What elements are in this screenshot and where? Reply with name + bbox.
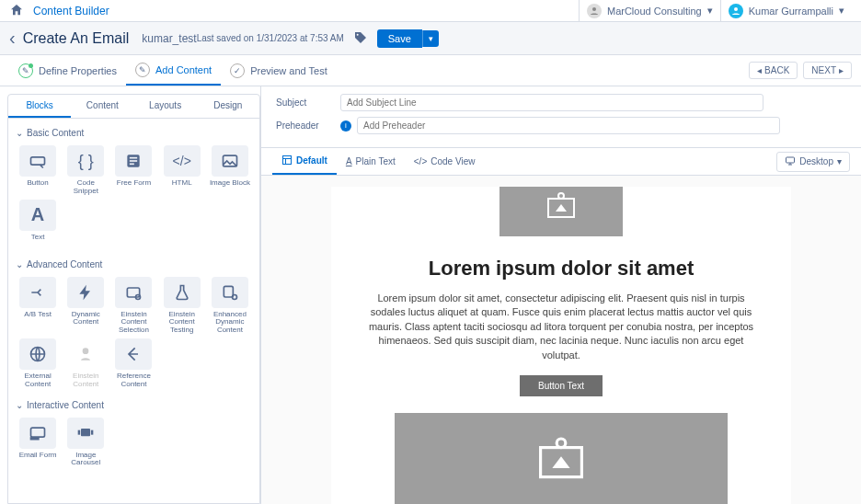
text-icon: A [346, 156, 352, 166]
svg-rect-5 [130, 157, 137, 159]
svg-point-2 [356, 33, 358, 35]
tile-einstein-content-testing[interactable]: Einstein Content Testing [160, 277, 204, 335]
tile-external-content[interactable]: External Content [16, 338, 60, 389]
svg-rect-15 [31, 428, 45, 437]
tab-design[interactable]: Design [197, 95, 259, 118]
einstein-selection-icon [115, 277, 152, 308]
image-placeholder[interactable] [395, 413, 728, 504]
layout-icon [281, 155, 293, 167]
preheader-input[interactable] [357, 117, 780, 134]
reference-icon [115, 338, 152, 370]
canvas-body[interactable]: Lorem ipsum dolor sit amet, consectetur … [331, 292, 791, 362]
tab-blocks[interactable]: Blocks [8, 95, 71, 118]
pencil-icon: ✎ [135, 63, 150, 77]
preheader-label: Preheader [276, 120, 340, 131]
tile-einstein-content[interactable]: Einstein Content [63, 338, 108, 389]
svg-point-14 [83, 348, 89, 354]
step-label: Add Content [155, 64, 212, 75]
carousel-icon [67, 418, 104, 449]
email-canvas[interactable]: Lorem ipsum dolor sit amet Lorem ipsum d… [261, 176, 861, 504]
chevron-right-icon: ▸ [839, 65, 844, 75]
next-button[interactable]: NEXT▸ [803, 62, 852, 79]
tile-enhanced-dynamic-content[interactable]: Enhanced Dynamic Content [208, 277, 252, 335]
tile-html[interactable]: </>HTML [160, 145, 204, 196]
org-switcher[interactable]: MarCloud Consulting ▾ [579, 0, 720, 21]
chevron-down-icon: ⌄ [16, 259, 23, 269]
tag-icon[interactable] [353, 30, 368, 47]
user-switcher[interactable]: Kumar Gurrampalli ▾ [720, 0, 852, 21]
svg-rect-20 [283, 155, 292, 164]
chevron-down-icon: ⌄ [16, 128, 23, 138]
section-advanced-content[interactable]: ⌄Advanced Content [16, 256, 252, 273]
check-icon: ✓ [230, 63, 245, 78]
chevron-down-icon: ⌄ [16, 400, 23, 410]
tile-code-snippet[interactable]: { }Code Snippet [63, 145, 108, 196]
app-title[interactable]: Content Builder [33, 5, 109, 17]
back-chevron-icon[interactable]: ‹ [9, 28, 16, 49]
tile-button[interactable]: Button [16, 145, 60, 196]
flask-icon [164, 277, 201, 308]
freeform-icon [115, 145, 152, 177]
subject-input[interactable] [340, 94, 763, 111]
device-preview-dropdown[interactable]: Desktop▾ [776, 152, 850, 172]
svg-rect-7 [130, 164, 134, 166]
image-placeholder[interactable] [499, 187, 623, 236]
tile-image-carousel[interactable]: Image Carousel [63, 418, 108, 468]
code-icon: </> [414, 156, 427, 166]
user-name: Kumar Gurrampalli [749, 6, 833, 17]
save-button[interactable]: Save [377, 29, 422, 48]
svg-rect-3 [31, 157, 45, 165]
tile-ab-test[interactable]: A/B Test [16, 277, 60, 335]
svg-point-1 [734, 7, 738, 11]
info-icon[interactable]: i [340, 120, 351, 132]
svg-rect-19 [91, 430, 94, 434]
canvas-cta-button[interactable]: Button Text [520, 375, 603, 396]
section-basic-content[interactable]: ⌄Basic Content [16, 124, 252, 142]
step-label: Define Properties [39, 65, 117, 76]
section-interactive-content[interactable]: ⌄Interactive Content [16, 396, 252, 414]
svg-rect-9 [128, 288, 140, 297]
enhanced-content-icon [212, 277, 248, 308]
svg-rect-18 [78, 430, 81, 434]
monitor-icon [785, 155, 796, 168]
view-default[interactable]: Default [272, 148, 337, 175]
chevron-left-icon: ◂ [757, 65, 762, 75]
svg-rect-17 [81, 429, 90, 436]
home-icon[interactable] [9, 3, 24, 19]
tile-email-form[interactable]: Email Form [16, 418, 60, 468]
globe-icon [19, 338, 56, 370]
step-add-content[interactable]: ✎ Add Content [126, 55, 221, 86]
tile-dynamic-content[interactable]: Dynamic Content [63, 277, 108, 335]
org-avatar-icon [587, 4, 602, 18]
svg-rect-11 [224, 286, 233, 297]
braces-icon: { } [67, 145, 104, 177]
tile-free-form[interactable]: Free Form [111, 145, 155, 196]
tile-image-block[interactable]: Image Block [208, 145, 252, 196]
svg-point-0 [592, 7, 596, 11]
step-define-properties[interactable]: ✎ Define Properties [9, 55, 126, 86]
tile-text[interactable]: AText [16, 200, 60, 248]
image-icon [212, 145, 248, 177]
back-button[interactable]: ◂BACK [749, 62, 798, 79]
org-name: MarCloud Consulting [607, 6, 702, 17]
canvas-headline[interactable]: Lorem ipsum dolor sit amet [331, 257, 791, 281]
save-dropdown-button[interactable]: ▾ [422, 30, 439, 47]
view-plain-text[interactable]: APlain Text [337, 148, 405, 175]
subject-label: Subject [276, 97, 340, 108]
caret-down-icon: ▾ [707, 5, 713, 17]
svg-point-12 [232, 294, 236, 299]
user-avatar-icon [729, 4, 743, 18]
einstein-icon [67, 338, 104, 370]
button-icon [19, 145, 56, 177]
ab-test-icon [19, 277, 56, 308]
caret-down-icon: ▾ [837, 156, 842, 166]
step-preview-and-test[interactable]: ✓ Preview and Test [221, 55, 337, 86]
svg-rect-21 [786, 157, 795, 163]
tile-reference-content[interactable]: Reference Content [111, 338, 155, 389]
view-code[interactable]: </>Code View [405, 148, 485, 175]
tab-content[interactable]: Content [71, 95, 133, 118]
tile-einstein-content-selection[interactable]: Einstein Content Selection [111, 277, 155, 335]
asset-name: kumar_test [142, 32, 196, 45]
bolt-icon [67, 277, 104, 308]
tab-layouts[interactable]: Layouts [134, 95, 197, 118]
